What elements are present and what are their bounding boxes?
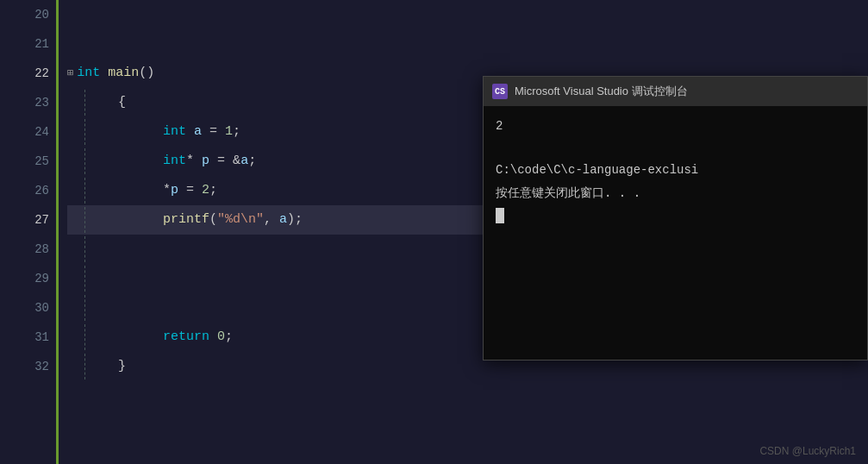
line-number-27: 27 [28, 205, 49, 235]
num-1: 1 [225, 117, 233, 147]
code-line-21 [67, 29, 868, 59]
func-printf: printf [163, 205, 209, 235]
line-number-30: 30 [28, 293, 49, 323]
console-cursor-line [496, 204, 855, 227]
line-number-24: 24 [28, 117, 49, 147]
console-blank-line [496, 137, 855, 160]
code-line-20 [67, 0, 868, 29]
var-p-deref: p [171, 176, 178, 205]
watermark: CSDN @LuckyRich1 [759, 445, 856, 457]
keyword-int-ptr: int [163, 147, 186, 176]
line-number-29: 29 [28, 264, 49, 293]
line-number-21: 21 [28, 29, 49, 59]
parens: () [139, 59, 154, 88]
console-title: Microsoft Visual Studio 调试控制台 [515, 84, 688, 99]
var-a: a [194, 117, 202, 147]
str-format: "%d\n" [217, 205, 264, 235]
console-message: 按任意键关闭此窗口. . . [496, 180, 855, 204]
line-number-28: 28 [28, 235, 49, 264]
num-0: 0 [217, 323, 225, 352]
brace-open: { [118, 88, 126, 117]
console-cursor [496, 208, 504, 223]
func-main: main [108, 59, 139, 88]
line-number-31: 31 [28, 323, 49, 352]
var-a-printf: a [279, 205, 287, 235]
line-number-22: 22 [28, 59, 49, 88]
console-output-number: 2 [496, 115, 855, 137]
console-titlebar: CS Microsoft Visual Studio 调试控制台 [484, 77, 867, 106]
console-body: 2 C:\code\C\c-language-exclusi 按任意键关闭此窗口… [484, 106, 867, 360]
line-number-26: 26 [28, 176, 49, 205]
var-p: p [202, 147, 209, 176]
line-number-23: 23 [28, 88, 49, 117]
num-2: 2 [202, 176, 209, 205]
console-path: C:\code\C\c-language-exclusi [496, 160, 855, 180]
brace-close: } [118, 352, 126, 381]
keyword-int-main: int [77, 59, 100, 88]
line-numbers-gutter: 20 21 22 23 24 25 26 27 28 29 30 31 32 [0, 0, 59, 464]
line-number-25: 25 [28, 147, 49, 176]
space [100, 59, 108, 88]
console-app-icon: CS [492, 84, 508, 99]
console-window: CS Microsoft Visual Studio 调试控制台 2 C:\co… [483, 76, 868, 361]
keyword-return: return [163, 323, 209, 352]
keyword-int-a: int [163, 117, 186, 147]
fold-icon-22: ⊞ [67, 59, 73, 88]
line-number-32: 32 [28, 352, 49, 381]
line-number-20: 20 [28, 0, 49, 29]
